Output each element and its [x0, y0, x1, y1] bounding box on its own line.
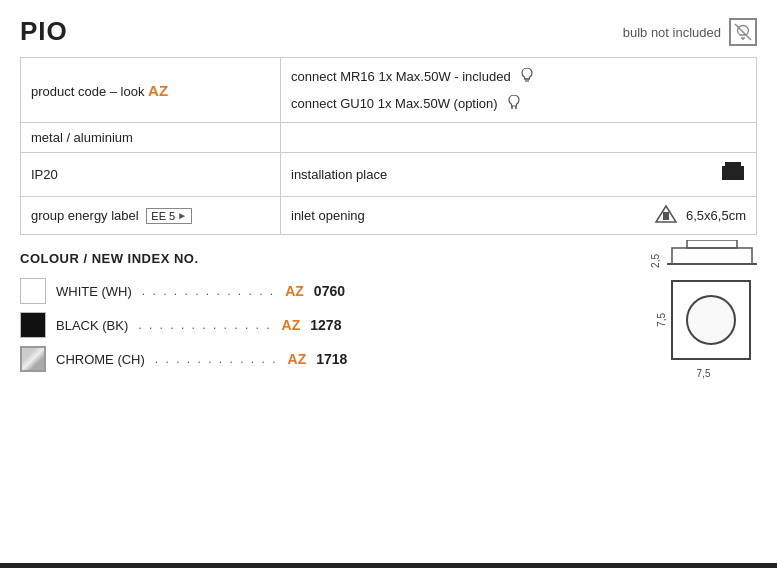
- white-label: WHITE (WH): [56, 284, 132, 299]
- list-item: WHITE (WH) . . . . . . . . . . . . . AZ0…: [20, 278, 757, 304]
- energy-label-value: EE 5: [151, 210, 175, 222]
- energy-label-badge: EE 5 ►: [146, 208, 192, 224]
- bulb-not-included-icon: [729, 18, 757, 46]
- dim-75-bottom-label: 7,5: [697, 368, 711, 379]
- ip-label: IP20: [31, 167, 58, 182]
- bulb-note-area: bulb not included: [623, 18, 757, 46]
- inlet-dimension: 6,5x6,5cm: [686, 208, 746, 223]
- product-code-az: AZ: [148, 82, 168, 99]
- installation-cell: installation place: [281, 153, 757, 197]
- chrome-dots: . . . . . . . . . . . .: [155, 352, 278, 366]
- ip-cell: IP20: [21, 153, 281, 197]
- connect-cell: connect MR16 1x Max.50W - included conn: [281, 58, 757, 123]
- table-row: group energy label EE 5 ► inlet opening: [21, 197, 757, 235]
- chrome-label: CHROME (CH): [56, 352, 145, 367]
- installation-place-text: installation place: [291, 167, 387, 182]
- chrome-code: 1718: [316, 351, 347, 367]
- installation-place-icon: [720, 160, 746, 189]
- black-swatch: [20, 312, 46, 338]
- svg-rect-5: [722, 166, 744, 180]
- black-az: AZ: [282, 317, 301, 333]
- white-swatch: [20, 278, 46, 304]
- front-view-box: [671, 280, 751, 360]
- profile-diagram: 2,5: [650, 240, 757, 268]
- black-label: BLACK (BK): [56, 318, 128, 333]
- colour-section-title: COLOUR / NEW INDEX NO.: [20, 251, 757, 266]
- black-dots: . . . . . . . . . . . . .: [138, 318, 271, 332]
- chrome-az: AZ: [288, 351, 307, 367]
- colour-list: WHITE (WH) . . . . . . . . . . . . . AZ0…: [20, 278, 757, 372]
- dim-75-side-label: 7,5: [656, 313, 667, 327]
- chrome-swatch: [20, 346, 46, 372]
- product-code-label: product code – look: [31, 84, 148, 99]
- connect-mr16-text: connect MR16 1x Max.50W - included: [291, 69, 511, 84]
- bulb-mr16-icon: [517, 65, 537, 88]
- white-code: 0760: [314, 283, 345, 299]
- diagram-section: 2,5 7,5 7,5: [650, 240, 757, 379]
- inlet-icon: [652, 204, 680, 227]
- inlet-cell: inlet opening 6,5x6,5cm: [281, 197, 757, 235]
- connect-options: connect MR16 1x Max.50W - included conn: [291, 65, 746, 115]
- table-row: product code – look AZ connect MR16 1x M…: [21, 58, 757, 123]
- svg-rect-9: [687, 240, 737, 248]
- profile-top-svg: [667, 240, 757, 268]
- empty-cell: [281, 123, 757, 153]
- group-energy-label-text: group energy label: [31, 208, 139, 223]
- material-cell: metal / aluminium: [21, 123, 281, 153]
- inlet-opening-text: inlet opening: [291, 208, 365, 223]
- connect-mr16-line: connect MR16 1x Max.50W - included: [291, 65, 746, 88]
- energy-label-cell: group energy label EE 5 ►: [21, 197, 281, 235]
- svg-rect-6: [725, 162, 741, 166]
- table-row: IP20 installation place: [21, 153, 757, 197]
- front-circle: [686, 295, 736, 345]
- inlet-opening-row: inlet opening 6,5x6,5cm: [291, 204, 746, 227]
- info-table: product code – look AZ connect MR16 1x M…: [20, 57, 757, 235]
- page: PIO bulb not included product code – loo…: [0, 0, 777, 382]
- product-code-cell: product code – look AZ: [21, 58, 281, 123]
- material-label: metal / aluminium: [31, 130, 133, 145]
- white-dots: . . . . . . . . . . . . .: [142, 284, 275, 298]
- installation-place-row: installation place: [291, 160, 746, 189]
- white-az: AZ: [285, 283, 304, 299]
- colour-section: COLOUR / NEW INDEX NO. WHITE (WH) . . . …: [20, 251, 757, 372]
- bulb-note-text: bulb not included: [623, 25, 721, 40]
- dim-25-label: 2,5: [650, 254, 661, 268]
- list-item: CHROME (CH) . . . . . . . . . . . . AZ17…: [20, 346, 757, 372]
- energy-arrow-icon: ►: [177, 210, 187, 221]
- bulb-gu10-icon: [504, 92, 524, 115]
- svg-rect-10: [672, 248, 752, 264]
- connect-gu10-line: connect GU10 1x Max.50W (option): [291, 92, 746, 115]
- svg-rect-8: [663, 212, 669, 220]
- black-code: 1278: [310, 317, 341, 333]
- list-item: BLACK (BK) . . . . . . . . . . . . . AZ1…: [20, 312, 757, 338]
- table-row: metal / aluminium: [21, 123, 757, 153]
- bottom-bar: [0, 563, 777, 568]
- front-view-wrapper: 7,5: [656, 280, 751, 360]
- connect-gu10-text: connect GU10 1x Max.50W (option): [291, 96, 498, 111]
